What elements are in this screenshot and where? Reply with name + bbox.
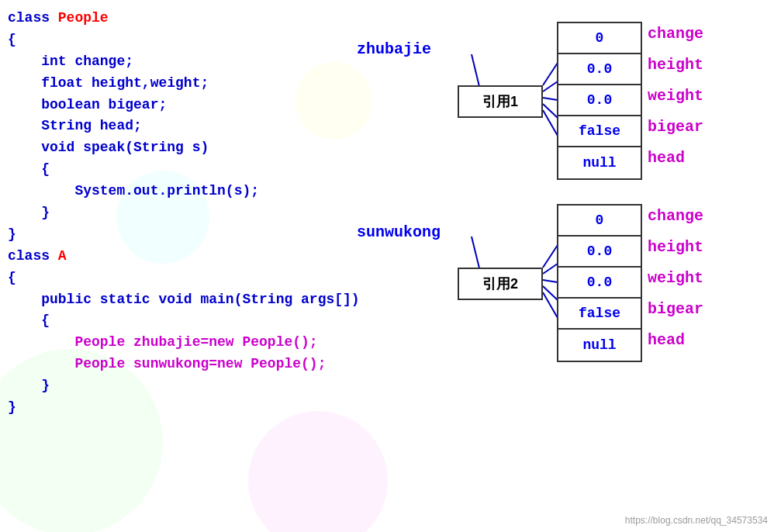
var-label-zhubajie: zhubajie [357, 40, 431, 58]
code-line-17: People sunwukong=new People(); [8, 354, 365, 375]
field-label-2-head: head [648, 331, 685, 349]
mem-row-1-change: 0 [558, 23, 641, 54]
code-line-11: } [8, 224, 365, 246]
code-line-16: People zhubajie=new People(); [8, 332, 365, 354]
mem-row-2-weight: 0.0 [558, 268, 641, 299]
ref-box-2: 引用2 [458, 268, 543, 300]
mem-row-1-weight: 0.0 [558, 85, 641, 116]
field-label-2-change: change [648, 207, 703, 225]
code-line-5: boolean bigear; [8, 95, 365, 116]
mem-row-2-change: 0 [558, 206, 641, 237]
code-line-3: int change; [8, 51, 365, 73]
field-label-1-bigear: bigear [648, 118, 703, 136]
code-line-4: float height,weight; [8, 73, 365, 95]
code-line-10: } [8, 202, 365, 224]
code-line-7: void speak(String s) [8, 137, 365, 159]
watermark: https://blog.csdn.net/qq_34573534 [625, 515, 768, 526]
code-line-19: } [8, 397, 365, 419]
code-line-6: String head; [8, 116, 365, 137]
memory-box-2: 0 0.0 0.0 false null [557, 204, 642, 362]
memory-box-1: 0 0.0 0.0 false null [557, 22, 642, 180]
field-label-1-height: height [648, 56, 703, 74]
code-line-13: { [8, 268, 365, 289]
field-label-1-change: change [648, 25, 703, 43]
field-label-2-height: height [648, 238, 703, 256]
code-line-8: { [8, 159, 365, 181]
code-section: class People { int change; float height,… [0, 0, 365, 419]
code-line-2: { [8, 29, 365, 51]
code-line-9: System.out.println(s); [8, 181, 365, 202]
mem-row-2-height: 0.0 [558, 237, 641, 268]
code-line-18: } [8, 375, 365, 397]
field-label-1-weight: weight [648, 87, 703, 105]
code-line-15: { [8, 310, 365, 332]
code-line-12: class A [8, 246, 365, 268]
ref-box-1: 引用1 [458, 85, 543, 118]
mem-row-1-head: null [558, 147, 641, 178]
var-label-sunwukong: sunwukong [357, 223, 441, 241]
mem-row-2-head: null [558, 330, 641, 361]
field-label-2-weight: weight [648, 269, 703, 287]
code-line-1: class People [8, 8, 365, 29]
mem-row-1-height: 0.0 [558, 54, 641, 85]
mem-row-2-bigear: false [558, 299, 641, 330]
field-label-1-head: head [648, 149, 685, 167]
field-label-2-bigear: bigear [648, 300, 703, 318]
mem-row-1-bigear: false [558, 116, 641, 147]
diagram-section: zhubajie 引用1 0 0.0 0.0 false null change… [357, 8, 774, 532]
code-line-14: public static void main(String args[]) [8, 289, 365, 311]
